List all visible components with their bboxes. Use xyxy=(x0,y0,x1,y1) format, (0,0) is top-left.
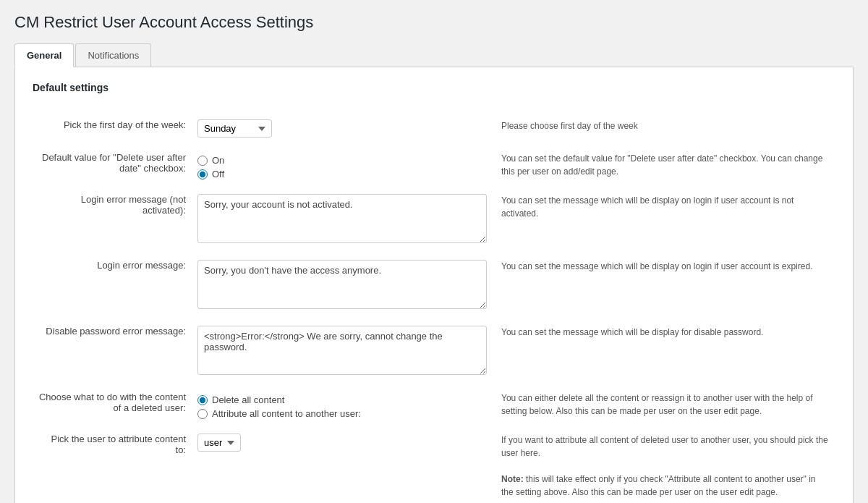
radio-attribute-label[interactable]: Attribute all content to another user: xyxy=(197,408,490,419)
first-day-help: Please choose first day of the week xyxy=(501,121,638,131)
radio-on[interactable] xyxy=(197,156,208,166)
delete-user-checkbox-help: You can set the default value for "Delet… xyxy=(501,153,822,177)
login-error-not-activated-textarea[interactable]: Sorry, your account is not activated. xyxy=(197,194,487,243)
note-label: Note: xyxy=(501,474,524,484)
radio-off[interactable] xyxy=(197,169,208,179)
row-deleted-user-content: Choose what to do with the content of a … xyxy=(33,384,835,426)
radio-delete-all[interactable] xyxy=(197,395,208,405)
row-first-day: Pick the first day of the week: Sunday M… xyxy=(33,112,835,145)
radio-on-text: On xyxy=(212,155,224,166)
radio-on-label[interactable]: On xyxy=(197,155,490,166)
login-error-textarea[interactable]: Sorry, you don't have the access anymore… xyxy=(197,260,487,309)
section-title: Default settings xyxy=(33,82,835,99)
tab-bar: General Notifications xyxy=(14,43,854,67)
login-error-label: Login error message: xyxy=(97,260,186,271)
radio-delete-all-label[interactable]: Delete all content xyxy=(197,394,490,405)
radio-off-label[interactable]: Off xyxy=(197,169,490,179)
attribute-user-select[interactable]: user xyxy=(197,434,241,452)
radio-attribute[interactable] xyxy=(197,409,208,419)
attribute-user-help-note: Note: this will take effect only if you … xyxy=(501,474,816,497)
content-panel: Default settings Pick the first day of t… xyxy=(14,67,854,503)
delete-user-radio-group: On Off xyxy=(197,152,490,179)
row-login-error-not-activated: Login error message (not activated): Sor… xyxy=(33,187,835,253)
login-error-not-activated-help: You can set the message which will be di… xyxy=(501,195,793,219)
row-delete-user-checkbox: Default value for "Delete user after dat… xyxy=(33,145,835,187)
radio-delete-all-text: Delete all content xyxy=(212,394,284,405)
row-attribute-user: Pick the user to attribute content to: u… xyxy=(33,426,835,503)
deleted-user-content-help: You can either delete all the content or… xyxy=(501,393,813,416)
radio-attribute-text: Attribute all content to another user: xyxy=(212,408,361,419)
settings-table: Pick the first day of the week: Sunday M… xyxy=(33,112,835,503)
first-day-label: Pick the first day of the week: xyxy=(64,119,186,130)
disable-password-error-textarea[interactable]: <strong>Error:</strong> We are sorry, ca… xyxy=(197,326,487,375)
row-disable-password-error: Disable password error message: <strong>… xyxy=(33,318,835,384)
tab-general[interactable]: General xyxy=(14,43,74,67)
radio-off-text: Off xyxy=(212,169,224,179)
disable-password-error-help: You can set the message which will be di… xyxy=(501,327,763,337)
tab-notifications[interactable]: Notifications xyxy=(75,43,151,67)
attribute-user-help-main: If you want to attribute all content of … xyxy=(501,435,828,458)
login-error-not-activated-label: Login error message (not activated): xyxy=(81,194,186,216)
page-title: CM Restrict User Account Access Settings xyxy=(14,13,854,32)
first-day-select[interactable]: Sunday Monday Tuesday Wednesday Thursday… xyxy=(197,119,272,138)
attribute-user-label: Pick the user to attribute content to: xyxy=(51,434,186,455)
deleted-user-content-radio-group: Delete all content Attribute all content… xyxy=(197,392,490,419)
delete-user-checkbox-label: Default value for "Delete user after dat… xyxy=(42,152,186,174)
deleted-user-content-label: Choose what to do with the content of a … xyxy=(39,392,186,413)
disable-password-error-label: Disable password error message: xyxy=(46,326,186,337)
note-text: this will take effect only if you check … xyxy=(501,474,816,497)
login-error-help: You can set the message which will be di… xyxy=(501,261,812,271)
row-login-error: Login error message: Sorry, you don't ha… xyxy=(33,253,835,318)
